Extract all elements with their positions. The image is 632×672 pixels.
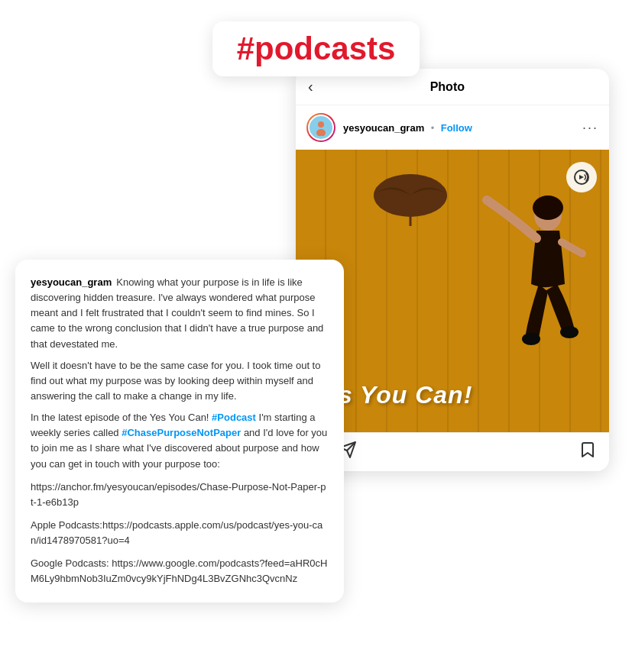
svg-point-1 (316, 129, 326, 136)
sound-button[interactable] (566, 162, 597, 192)
svg-point-7 (560, 326, 579, 338)
caption-apple: Apple Podcasts:https://podcasts.apple.co… (31, 518, 329, 548)
svg-point-0 (318, 121, 324, 128)
profile-username: yesyoucan_gram (343, 122, 424, 134)
caption-label-apple: Apple Podcasts: (31, 519, 102, 531)
caption-card: yesyoucan_gramKnowing what your purpose … (15, 260, 344, 603)
svg-point-5 (533, 195, 563, 220)
avatar-icon (313, 119, 329, 136)
caption-text-3: In the latest episode of the Yes You Can… (31, 410, 329, 472)
profile-row: yesyoucan_gram • Follow ··· (296, 105, 609, 150)
follow-button[interactable]: Follow (441, 122, 472, 134)
person-figure (449, 185, 586, 386)
caption-text-2: Well it doesn't have to be the same case… (31, 358, 329, 404)
caption-label-google: Google Podcasts: (31, 557, 112, 569)
back-button[interactable]: ‹ (308, 78, 313, 95)
caption-google: Google Podcasts: https://www.google.com/… (31, 556, 329, 586)
person-svg (449, 185, 586, 383)
more-options-button[interactable]: ··· (582, 120, 598, 136)
caption-link-podcast[interactable]: #Podcast (212, 412, 256, 423)
avatar-inner (308, 115, 334, 141)
avatar[interactable] (306, 113, 335, 142)
profile-left: yesyoucan_gram • Follow (306, 113, 472, 142)
hashtag-title: #podcasts (212, 21, 420, 76)
sound-icon (573, 169, 590, 186)
umbrella (372, 173, 449, 229)
card-title: Photo (430, 80, 465, 94)
caption-text: yesyoucan_gramKnowing what your purpose … (31, 275, 329, 352)
caption-text-3a: In the latest episode of the Yes You Can… (31, 412, 212, 423)
caption-link-chase[interactable]: #ChasePurposeNotPaper (122, 427, 241, 438)
separator: • (431, 122, 435, 134)
bookmark-icon (579, 441, 597, 459)
caption-url-anchor: https://anchor.fm/yesyoucan/episodes/Cha… (31, 480, 329, 510)
umbrella-svg (372, 173, 449, 226)
bookmark-button[interactable] (579, 441, 597, 464)
caption-username: yesyoucan_gram (31, 276, 112, 288)
svg-point-6 (522, 333, 540, 345)
profile-info: yesyoucan_gram • Follow (343, 121, 472, 134)
